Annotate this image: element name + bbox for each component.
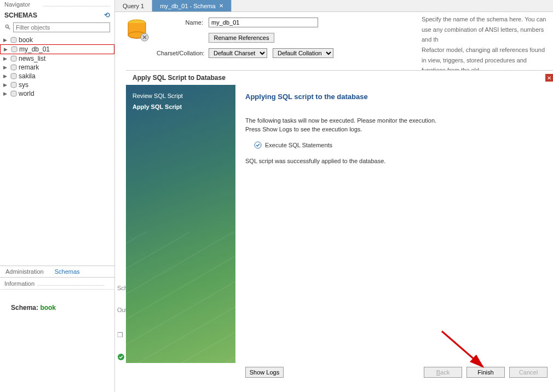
schema-label: sakila xyxy=(19,72,36,80)
schemas-title: SCHEMAS xyxy=(4,11,37,19)
dialog-title: Apply SQL Script to Database xyxy=(126,71,553,85)
database-icon xyxy=(10,73,18,79)
schema-item-remark[interactable]: ▶ remark xyxy=(0,63,114,72)
wizard-steps: Review SQL Script Apply SQL Script xyxy=(126,85,235,363)
database-icon xyxy=(10,64,18,71)
schemas-header: SCHEMAS ⟲ xyxy=(0,9,114,21)
dialog-text: Press Show Logs to see the execution log… xyxy=(245,126,543,132)
exec-status-row: Execute SQL Statements xyxy=(254,141,543,149)
wizard-step-review[interactable]: Review SQL Script xyxy=(133,90,229,101)
database-icon xyxy=(10,37,18,43)
expand-icon[interactable]: ▶ xyxy=(3,56,9,61)
filter-input[interactable] xyxy=(13,22,110,32)
database-large-icon xyxy=(125,18,151,44)
schema-item-sakila[interactable]: ▶ sakila xyxy=(0,72,114,80)
exec-label: Execute SQL Statements xyxy=(265,142,332,148)
navigator-title: Navigator xyxy=(0,0,114,9)
tab-query1[interactable]: Query 1 xyxy=(115,0,152,11)
success-text: SQL script was successfully applied to t… xyxy=(245,158,543,164)
schema-name-input[interactable] xyxy=(209,18,318,27)
tab-schema-editor[interactable]: my_db_01 - Schema ✕ xyxy=(152,0,232,11)
database-icon xyxy=(10,46,18,53)
stack-icon: ❐ xyxy=(117,331,123,339)
schema-tree: ▶ book ▶ my_db_01 ▶ news_list ▶ remark ▶… xyxy=(0,34,114,99)
dialog-footer: BBackack Finish Cancel xyxy=(245,367,548,378)
close-icon[interactable]: ✕ xyxy=(545,74,553,82)
apply-script-dialog: Apply SQL Script to Database ✕ Review SQ… xyxy=(126,70,553,383)
editor-tabs: Query 1 my_db_01 - Schema ✕ xyxy=(115,0,553,12)
refresh-icon[interactable]: ⟲ xyxy=(104,11,110,19)
expand-icon[interactable]: ▶ xyxy=(3,37,9,43)
tab-administration[interactable]: Administration xyxy=(0,266,49,277)
finish-button[interactable]: Finish xyxy=(466,367,505,378)
schema-info-value: book xyxy=(40,304,56,312)
rename-row: Rename References xyxy=(157,33,333,43)
navigator-panel: Navigator SCHEMAS ⟲ 🔍︎ ▶ book ▶ my_db_01… xyxy=(0,0,115,392)
check-icon xyxy=(254,141,262,149)
schema-item-newslist[interactable]: ▶ news_list xyxy=(0,54,114,63)
schema-item-sys[interactable]: ▶ sys xyxy=(0,80,114,89)
schema-item-mydb01[interactable]: ▶ my_db_01 xyxy=(0,44,114,54)
dialog-content: Applying SQL script to the database The … xyxy=(235,85,553,363)
expand-icon[interactable]: ▶ xyxy=(4,47,9,52)
name-label: Name: xyxy=(157,19,203,26)
schema-label: my_db_01 xyxy=(19,45,50,53)
expand-icon[interactable]: ▶ xyxy=(3,91,9,96)
search-icon: 🔍︎ xyxy=(4,24,11,31)
charset-label: Charset/Collation: xyxy=(157,50,203,56)
database-icon xyxy=(10,82,18,88)
wizard-step-apply[interactable]: Apply SQL Script xyxy=(133,101,229,112)
desc-line: Specify the name of the schema here. You… xyxy=(422,14,550,45)
schema-label: sys xyxy=(19,81,28,89)
rename-references-button[interactable]: Rename References xyxy=(209,33,274,43)
navigator-subtabs: Administration Schemas xyxy=(0,266,115,278)
schema-item-world[interactable]: ▶ world xyxy=(0,89,114,98)
schema-label: remark xyxy=(19,64,39,71)
tab-schemas[interactable]: Schemas xyxy=(49,266,85,277)
dialog-text: The following tasks will now be executed… xyxy=(245,117,543,124)
schema-label: book xyxy=(19,36,33,44)
dialog-heading: Applying SQL script to the database xyxy=(245,93,543,101)
navigator-title-text: Navigator xyxy=(4,1,30,8)
schema-label: world xyxy=(19,90,34,97)
expand-icon[interactable]: ▶ xyxy=(3,73,9,79)
schema-item-book[interactable]: ▶ book xyxy=(0,36,114,44)
schema-label: news_list xyxy=(19,55,45,62)
schema-info: Schema: book xyxy=(11,304,56,312)
information-header: Information xyxy=(0,278,115,290)
charset-row: Charset/Collation: Default Charset Defau… xyxy=(157,48,333,58)
database-icon xyxy=(10,90,18,97)
filter-row: 🔍︎ xyxy=(0,21,114,34)
close-icon[interactable]: ✕ xyxy=(219,3,223,9)
collation-select[interactable]: Default Collation xyxy=(273,48,333,58)
expand-icon[interactable]: ▶ xyxy=(3,65,9,70)
success-dot-icon xyxy=(117,353,125,361)
expand-icon[interactable]: ▶ xyxy=(3,82,9,88)
database-icon xyxy=(10,55,18,62)
cancel-button[interactable]: Cancel xyxy=(509,367,548,378)
name-row: Name: xyxy=(157,18,333,27)
information-title: Information xyxy=(4,280,34,287)
schema-info-label: Schema: xyxy=(11,304,38,312)
back-button[interactable]: BBackack xyxy=(424,367,462,378)
charset-select[interactable]: Default Charset xyxy=(209,48,267,58)
